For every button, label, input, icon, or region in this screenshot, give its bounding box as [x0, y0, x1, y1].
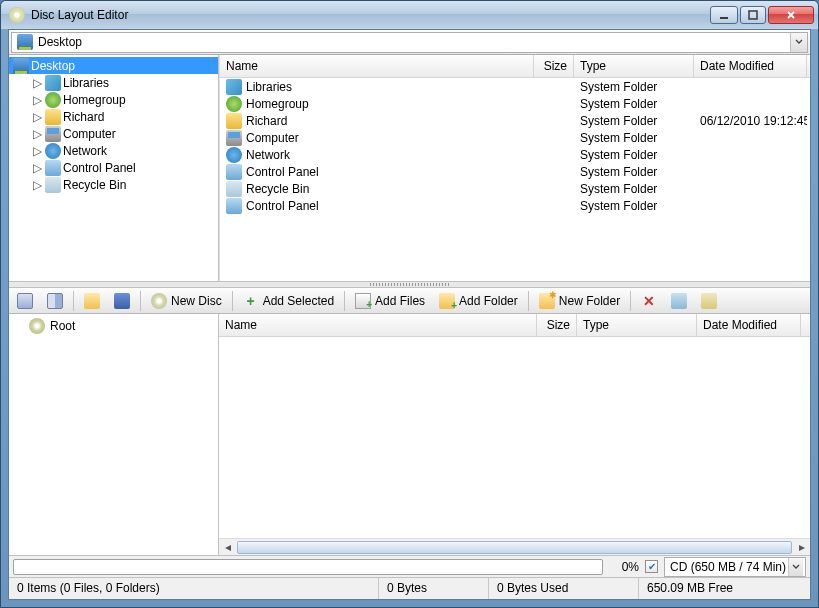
tree-node[interactable]: ▷Homegroup	[27, 91, 218, 108]
list-item[interactable]: LibrariesSystem Folder	[220, 78, 810, 95]
item-date: 06/12/2010 19:12:45	[700, 114, 807, 128]
delete-button[interactable]: ✕	[635, 290, 663, 312]
item-icon	[45, 126, 61, 142]
disc-root-icon	[29, 318, 45, 334]
separator	[528, 291, 529, 311]
disc-toolbar: New Disc +Add Selected Add Files Add Fol…	[9, 288, 810, 314]
item-icon	[226, 181, 242, 197]
client-area: Desktop Desktop ▷Libraries▷Homegroup▷Ric…	[8, 29, 811, 600]
view-icon	[17, 293, 33, 309]
tree-node[interactable]: ▷Network	[27, 142, 218, 159]
new-folder-button[interactable]: New Folder	[533, 290, 626, 312]
list-item[interactable]: Recycle BinSystem Folder	[220, 180, 810, 197]
column-header[interactable]: Size	[537, 314, 577, 336]
tree-label: Computer	[63, 127, 116, 141]
status-items: 0 Items (0 Files, 0 Folders)	[9, 578, 379, 599]
expander-icon[interactable]: ▷	[31, 145, 43, 157]
tree-node[interactable]: ▷Recycle Bin	[27, 176, 218, 193]
horizontal-splitter[interactable]	[9, 281, 810, 288]
location-combo[interactable]: Desktop	[11, 32, 808, 53]
column-header[interactable]: Name	[219, 314, 537, 336]
column-header[interactable]: Date Modified	[697, 314, 801, 336]
list-item[interactable]: Control PanelSystem Folder	[220, 197, 810, 214]
expander-icon[interactable]: ▷	[31, 162, 43, 174]
properties-button[interactable]	[695, 290, 723, 312]
scrollbar-thumb[interactable]	[237, 541, 792, 554]
layout-tree[interactable]: Root	[9, 314, 219, 555]
scroll-right-icon[interactable]: ▸	[793, 539, 810, 556]
chevron-down-icon	[792, 564, 800, 570]
expander-icon[interactable]: ▷	[31, 179, 43, 191]
tree-node[interactable]: ▷Computer	[27, 125, 218, 142]
rename-button[interactable]	[665, 290, 693, 312]
list-item[interactable]: ComputerSystem Folder	[220, 129, 810, 146]
column-header[interactable]: Size	[534, 55, 574, 77]
capacity-progress	[13, 559, 603, 575]
open-folder-button[interactable]	[78, 290, 106, 312]
item-icon	[45, 177, 61, 193]
media-dropdown-button[interactable]	[788, 558, 803, 576]
item-type: System Folder	[580, 199, 657, 213]
svg-rect-0	[720, 17, 728, 19]
tree-label: Desktop	[31, 59, 75, 73]
item-icon	[226, 79, 242, 95]
column-header[interactable]: Type	[577, 314, 697, 336]
list-item[interactable]: HomegroupSystem Folder	[220, 95, 810, 112]
item-name: Computer	[246, 131, 299, 145]
item-name: Recycle Bin	[246, 182, 309, 196]
location-bar: Desktop	[9, 30, 810, 55]
column-headers[interactable]: NameSizeTypeDate Modified	[220, 55, 810, 78]
layout-root-node[interactable]: Root	[9, 317, 218, 334]
expander-icon[interactable]: ▷	[31, 111, 43, 123]
media-type-combo[interactable]: CD (650 MB / 74 Min)	[664, 557, 806, 577]
add-files-button[interactable]: Add Files	[349, 290, 431, 312]
app-window: Disc Layout Editor Desktop	[0, 0, 819, 608]
save-button[interactable]	[108, 290, 136, 312]
item-type: System Folder	[580, 165, 657, 179]
media-type-label: CD (650 MB / 74 Min)	[670, 560, 786, 574]
close-button[interactable]	[768, 6, 814, 24]
item-name: Richard	[246, 114, 287, 128]
plus-icon: +	[243, 293, 259, 309]
list-item[interactable]: NetworkSystem Folder	[220, 146, 810, 163]
tree-label: Network	[63, 144, 107, 158]
save-icon	[114, 293, 130, 309]
location-dropdown-button[interactable]	[790, 33, 807, 52]
item-name: Homegroup	[246, 97, 309, 111]
column-header[interactable]: Date Modified	[694, 55, 807, 77]
minimize-button[interactable]	[710, 6, 738, 24]
list-item[interactable]: RichardSystem Folder06/12/2010 19:12:45	[220, 112, 810, 129]
layout-column-headers[interactable]: NameSizeTypeDate Modified	[219, 314, 810, 337]
add-folder-button[interactable]: Add Folder	[433, 290, 524, 312]
status-bytes: 0 Bytes	[379, 578, 489, 599]
tree-node-desktop[interactable]: Desktop	[9, 57, 218, 74]
maximize-button[interactable]	[740, 6, 766, 24]
auto-checkbox[interactable]: ✔	[645, 560, 658, 573]
view-explorer-button[interactable]	[11, 290, 39, 312]
column-header[interactable]: Name	[220, 55, 534, 77]
list-item[interactable]: Control PanelSystem Folder	[220, 163, 810, 180]
source-tree[interactable]: Desktop ▷Libraries▷Homegroup▷Richard▷Com…	[9, 55, 219, 281]
expander-icon[interactable]: ▷	[31, 94, 43, 106]
status-used: 0 Bytes Used	[489, 578, 639, 599]
window-title: Disc Layout Editor	[31, 8, 710, 22]
expander-icon[interactable]: ▷	[31, 77, 43, 89]
upper-browser: Desktop ▷Libraries▷Homegroup▷Richard▷Com…	[9, 55, 810, 281]
horizontal-scrollbar[interactable]: ◂ ▸	[219, 538, 810, 555]
chevron-down-icon	[795, 39, 803, 45]
expander-icon[interactable]: ▷	[31, 128, 43, 140]
new-disc-button[interactable]: New Disc	[145, 290, 228, 312]
tree-node[interactable]: ▷Libraries	[27, 74, 218, 91]
view-panes-button[interactable]	[41, 290, 69, 312]
tree-node[interactable]: ▷Richard	[27, 108, 218, 125]
tree-label: Recycle Bin	[63, 178, 126, 192]
scroll-left-icon[interactable]: ◂	[219, 539, 236, 556]
item-icon	[45, 109, 61, 125]
add-selected-button[interactable]: +Add Selected	[237, 290, 340, 312]
column-header[interactable]: Type	[574, 55, 694, 77]
tree-node[interactable]: ▷Control Panel	[27, 159, 218, 176]
list-rows[interactable]: LibrariesSystem FolderHomegroupSystem Fo…	[220, 78, 810, 281]
item-icon	[226, 198, 242, 214]
folder-icon	[84, 293, 100, 309]
layout-rows[interactable]	[219, 337, 810, 538]
